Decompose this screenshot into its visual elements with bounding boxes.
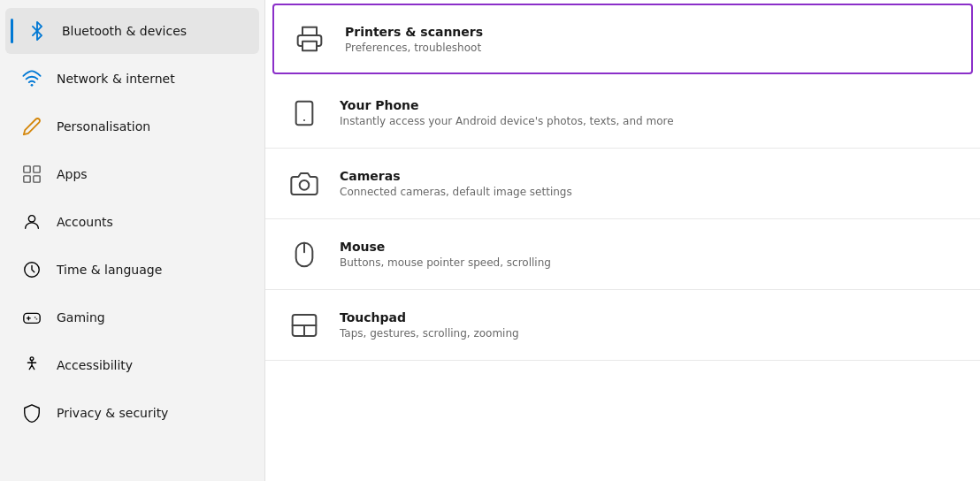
printer-icon	[292, 21, 327, 57]
sidebar-label-apps: Apps	[57, 167, 88, 181]
setting-item-cameras[interactable]: Cameras Connected cameras, default image…	[265, 149, 980, 219]
yourphone-desc: Instantly access your Android device's p…	[340, 115, 674, 127]
time-icon	[19, 257, 44, 282]
yourphone-text: Your Phone Instantly access your Android…	[340, 98, 674, 127]
printers-text: Printers & scanners Preferences, trouble…	[345, 25, 483, 54]
sidebar-item-gaming[interactable]: Gaming	[5, 294, 259, 340]
accessibility-icon	[19, 353, 44, 378]
setting-item-mouse[interactable]: Mouse Buttons, mouse pointer speed, scro…	[265, 219, 980, 290]
cameras-text: Cameras Connected cameras, default image…	[340, 169, 572, 198]
phone-icon	[287, 95, 322, 131]
bluetooth-icon	[25, 19, 50, 43]
svg-rect-7	[24, 313, 40, 323]
svg-rect-3	[24, 176, 30, 182]
printers-title: Printers & scanners	[345, 25, 483, 39]
mouse-text: Mouse Buttons, mouse pointer speed, scro…	[340, 240, 551, 269]
mouse-desc: Buttons, mouse pointer speed, scrolling	[340, 256, 551, 269]
privacy-icon	[19, 401, 44, 425]
sidebar-item-personalisation[interactable]: Personalisation	[5, 103, 259, 149]
svg-rect-1	[24, 166, 30, 172]
main-content: Printers & scanners Preferences, trouble…	[265, 0, 980, 481]
sidebar-item-apps[interactable]: Apps	[5, 151, 259, 197]
sidebar-item-bluetooth[interactable]: Bluetooth & devices	[5, 8, 259, 54]
sidebar-item-accessibility[interactable]: Accessibility	[5, 342, 259, 388]
cameras-desc: Connected cameras, default image setting…	[340, 186, 572, 198]
sidebar-label-time: Time & language	[57, 263, 162, 277]
apps-icon	[19, 162, 44, 187]
wifi-icon	[19, 66, 44, 91]
touchpad-title: Touchpad	[340, 310, 519, 324]
sidebar-label-gaming: Gaming	[57, 310, 105, 324]
sidebar-label-network: Network & internet	[57, 72, 175, 86]
pencil-icon	[19, 114, 44, 139]
sidebar-item-accounts[interactable]: Accounts	[5, 199, 259, 245]
accounts-icon	[19, 210, 44, 234]
svg-point-5	[28, 216, 34, 222]
sidebar-label-privacy: Privacy & security	[57, 406, 168, 420]
sidebar-label-accessibility: Accessibility	[57, 358, 133, 372]
cameras-title: Cameras	[340, 169, 572, 183]
gaming-icon	[19, 305, 44, 330]
svg-point-8	[34, 317, 36, 318]
svg-rect-11	[302, 42, 317, 51]
touchpad-text: Touchpad Taps, gestures, scrolling, zoom…	[340, 310, 519, 340]
yourphone-title: Your Phone	[340, 98, 674, 112]
svg-rect-12	[296, 101, 313, 125]
svg-rect-2	[34, 166, 40, 172]
sidebar-item-network[interactable]: Network & internet	[5, 56, 259, 102]
sidebar-item-privacy[interactable]: Privacy & security	[5, 390, 259, 436]
svg-point-0	[31, 84, 34, 87]
setting-item-yourphone[interactable]: Your Phone Instantly access your Android…	[265, 78, 980, 149]
printers-desc: Preferences, troubleshoot	[345, 42, 483, 54]
sidebar: Bluetooth & devices Network & internet P…	[0, 0, 265, 481]
sidebar-label-personalisation: Personalisation	[57, 119, 150, 134]
setting-item-touchpad[interactable]: Touchpad Taps, gestures, scrolling, zoom…	[265, 290, 980, 361]
svg-point-9	[36, 318, 38, 320]
sidebar-label-accounts: Accounts	[57, 215, 113, 229]
svg-point-14	[300, 180, 310, 190]
svg-rect-4	[34, 176, 40, 182]
sidebar-label-bluetooth: Bluetooth & devices	[62, 24, 187, 38]
touchpad-icon	[287, 308, 322, 343]
mouse-title: Mouse	[340, 240, 551, 254]
mouse-icon	[287, 237, 322, 272]
camera-icon	[287, 166, 322, 202]
touchpad-desc: Taps, gestures, scrolling, zooming	[340, 327, 519, 340]
sidebar-item-time[interactable]: Time & language	[5, 247, 259, 293]
setting-item-printers[interactable]: Printers & scanners Preferences, trouble…	[272, 4, 973, 74]
